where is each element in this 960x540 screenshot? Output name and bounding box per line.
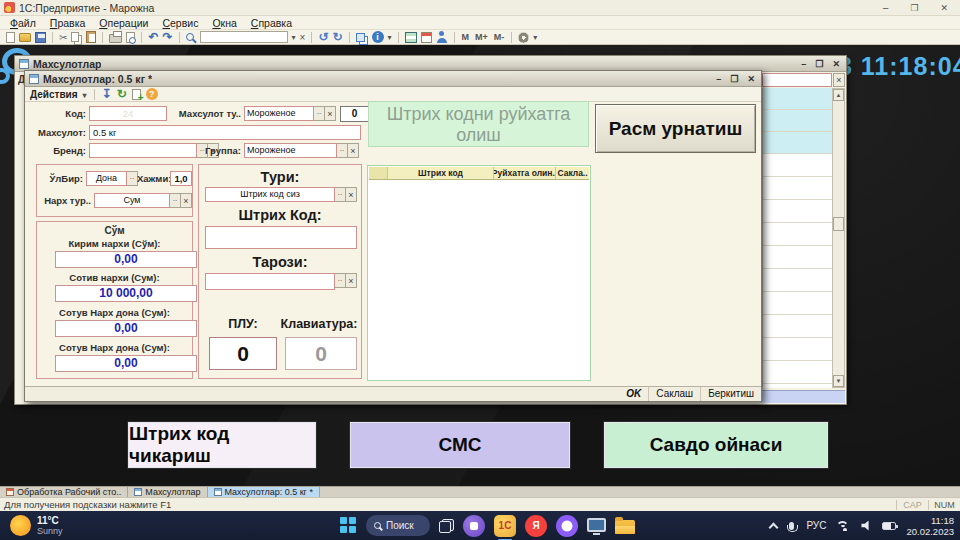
- choose-icon[interactable]: [337, 143, 348, 158]
- menu-service[interactable]: Сервис: [162, 17, 198, 29]
- file-explorer-icon[interactable]: [615, 520, 635, 534]
- set-image-button[interactable]: Расм урнатиш: [595, 104, 756, 153]
- list-row[interactable]: [763, 177, 832, 200]
- cut-icon[interactable]: [59, 32, 67, 43]
- windows-list-icon[interactable]: [356, 33, 365, 42]
- close-button[interactable]: Беркитиш: [700, 387, 761, 401]
- task-view-icon[interactable]: [439, 519, 454, 533]
- group-combo[interactable]: Мороженое: [244, 143, 359, 158]
- unit-price2-field[interactable]: 0,00: [55, 355, 197, 372]
- incoming-price-field[interactable]: 0,00: [55, 251, 197, 268]
- list-row[interactable]: [763, 223, 832, 246]
- speaker-icon[interactable]: [861, 521, 872, 531]
- choose-icon[interactable]: [335, 273, 346, 288]
- alisa-icon[interactable]: [556, 515, 578, 537]
- selection-column-header[interactable]: [369, 167, 388, 179]
- scale-combo[interactable]: [205, 273, 357, 290]
- close-icon[interactable]: [940, 0, 948, 16]
- horizontal-scrollbar[interactable]: [760, 390, 845, 403]
- price-type-combo[interactable]: Сум: [94, 193, 192, 208]
- microphone-icon[interactable]: [789, 522, 794, 530]
- menu-file[interactable]: Файл: [10, 17, 36, 29]
- unit-value[interactable]: Дона: [86, 171, 127, 186]
- yandex-browser-icon[interactable]: [525, 515, 547, 537]
- print-icon[interactable]: [109, 34, 122, 43]
- memory-m-plus-button[interactable]: М+: [474, 32, 489, 42]
- chevron-down-icon[interactable]: [533, 33, 537, 42]
- refresh-icon[interactable]: [117, 87, 127, 101]
- qty-field[interactable]: 1,0: [170, 171, 192, 186]
- list-filter-input[interactable]: [762, 73, 832, 87]
- copy-icon[interactable]: [71, 32, 79, 42]
- saved-column-header[interactable]: Сакла..: [556, 167, 589, 179]
- unit-price-field[interactable]: 0,00: [55, 320, 197, 337]
- remote-desktop-icon[interactable]: [587, 518, 606, 532]
- clear-icon[interactable]: [346, 273, 357, 288]
- tray-chevron-icon[interactable]: [769, 522, 779, 532]
- restore-button[interactable]: [910, 0, 918, 16]
- sms-button[interactable]: СМС: [350, 422, 570, 468]
- minimize-button[interactable]: [883, 0, 889, 16]
- memory-m-button[interactable]: М: [461, 32, 471, 42]
- open-folder-icon[interactable]: [19, 33, 31, 42]
- code-field[interactable]: 24: [89, 106, 167, 121]
- product-name-field[interactable]: 0.5 кг: [89, 125, 361, 140]
- menu-windows[interactable]: Окна: [212, 17, 236, 29]
- print-preview-icon[interactable]: [126, 32, 135, 43]
- minimize-button[interactable]: –: [801, 57, 806, 71]
- group-value[interactable]: Мороженое: [244, 143, 337, 158]
- new-doc-icon[interactable]: [6, 32, 15, 43]
- paste-icon[interactable]: [86, 31, 96, 43]
- print-barcode-button[interactable]: Штрих код чикариш: [128, 422, 316, 468]
- save-icon[interactable]: [35, 32, 46, 43]
- choose-icon[interactable]: [335, 187, 346, 202]
- list-row[interactable]: [763, 361, 832, 384]
- taskbar-search[interactable]: Поиск: [366, 515, 430, 536]
- list-row[interactable]: [763, 200, 832, 223]
- clear-search-icon[interactable]: [300, 32, 306, 43]
- history-forward-icon[interactable]: [332, 30, 342, 44]
- clear-icon[interactable]: [346, 187, 357, 202]
- vertical-scrollbar[interactable]: ▲ ▼: [832, 88, 845, 388]
- list-row[interactable]: [763, 154, 832, 177]
- list-row[interactable]: [763, 338, 832, 361]
- memory-m-minus-button[interactable]: М-: [493, 32, 506, 42]
- language-indicator[interactable]: РУС: [806, 520, 826, 531]
- history-back-icon[interactable]: [318, 30, 328, 44]
- minimize-button[interactable]: –: [716, 72, 721, 86]
- barcode-table-body[interactable]: [369, 180, 589, 379]
- search-input[interactable]: [200, 31, 288, 43]
- post-document-icon[interactable]: [102, 87, 112, 101]
- list-row[interactable]: [763, 132, 832, 154]
- chevron-down-icon[interactable]: [388, 33, 392, 42]
- sales-window-button[interactable]: Савдо ойнаси: [604, 422, 828, 468]
- list-row[interactable]: [763, 110, 832, 132]
- unit-combo[interactable]: Дона: [86, 171, 138, 186]
- tab-worktop[interactable]: Обработка Рабочий сто..: [0, 487, 128, 497]
- price-type-value[interactable]: Сум: [94, 193, 170, 208]
- close-icon[interactable]: ✕: [832, 57, 840, 71]
- chevron-down-icon[interactable]: [292, 33, 296, 42]
- calendar-icon[interactable]: [421, 32, 432, 43]
- ok-button[interactable]: OK: [619, 387, 648, 401]
- menu-help[interactable]: Справка: [251, 17, 292, 29]
- selling-price-field[interactable]: 10 000,00: [55, 285, 197, 302]
- close-icon[interactable]: ✕: [747, 72, 755, 86]
- menu-operations[interactable]: Операции: [99, 17, 148, 29]
- user-icon[interactable]: [436, 31, 448, 43]
- wifi-icon[interactable]: [836, 520, 851, 531]
- redo-icon[interactable]: [162, 30, 172, 44]
- product-type-combo[interactable]: Мороженое: [244, 106, 336, 121]
- scale-value[interactable]: [205, 273, 335, 290]
- actions-menu-button[interactable]: Действия: [30, 89, 78, 100]
- menu-edit[interactable]: Правка: [50, 17, 85, 29]
- clear-filter-icon[interactable]: ×: [833, 73, 845, 87]
- tray-clock[interactable]: 11:18 20.02.2023: [906, 515, 954, 537]
- search-icon[interactable]: [186, 33, 194, 41]
- register-barcode-button[interactable]: Штрих кодни руйхатга олиш: [368, 101, 589, 147]
- chevron-down-icon[interactable]: [83, 89, 87, 100]
- list-row[interactable]: [763, 292, 832, 315]
- maximize-button[interactable]: ❐: [815, 57, 823, 71]
- help-icon[interactable]: [146, 88, 158, 100]
- board-icon[interactable]: [405, 32, 417, 43]
